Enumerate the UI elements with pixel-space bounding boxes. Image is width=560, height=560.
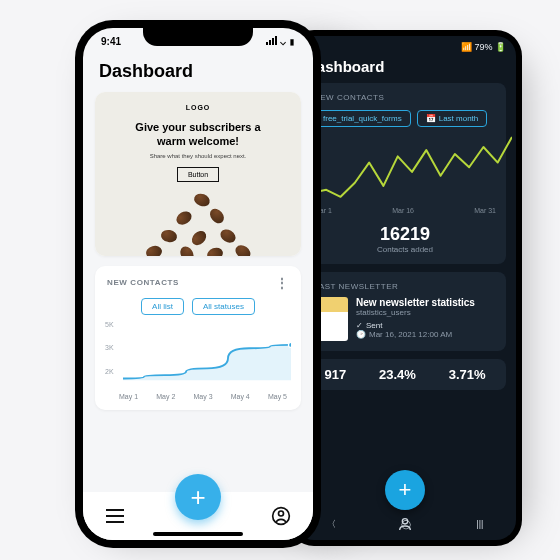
contacts-caption: Contacts added (314, 245, 496, 254)
contacts-line-chart: 5K3K2K (95, 321, 301, 389)
check-icon: ✓ (356, 321, 363, 330)
notch (143, 28, 253, 46)
stat-open-rate: 23.4% (379, 367, 416, 382)
promo-logo: LOGO (105, 104, 291, 111)
phone-dark: 3 📶 79% 🔋 Dashboard NEW CONTACTS free_tr… (288, 30, 522, 546)
more-icon[interactable]: ⋮ (276, 276, 289, 290)
wifi-icon: ⌵ (280, 36, 289, 47)
page-title: Dashboard (294, 54, 516, 83)
promo-headline: Give your subscribers a warm welcome! (123, 121, 273, 149)
status-time: 9:41 (101, 36, 121, 47)
newsletter-title: New newsletter statistics (356, 297, 475, 308)
nav-home-icon[interactable]: ◯ (401, 519, 411, 529)
filter-status-chip[interactable]: All statuses (192, 298, 255, 315)
status-right: ⌵ ▮ (266, 36, 295, 47)
card-label: NEW CONTACTS (107, 278, 179, 287)
battery-icon: ▮ (289, 36, 295, 47)
svg-point-1 (288, 342, 291, 347)
newsletter-stats: 917 23.4% 3.71% (304, 359, 506, 390)
clock-icon: 🕑 (356, 330, 366, 339)
card-label: LAST NEWSLETTER (314, 282, 496, 291)
promo-sub: Share what they should expect next. (105, 153, 291, 159)
signal-icon (266, 36, 277, 45)
last-newsletter-card[interactable]: LAST NEWSLETTER New newsletter statistic… (304, 272, 506, 351)
promo-image (105, 190, 291, 256)
fab-add-button[interactable]: + (385, 470, 425, 510)
promo-card[interactable]: LOGO Give your subscribers a warm welcom… (95, 92, 301, 256)
card-label: NEW CONTACTS (314, 93, 496, 102)
x-axis: Mar 1Mar 16Mar 31 (314, 207, 496, 214)
status-right: 📶 79% 🔋 (461, 42, 506, 52)
stat-sent: 917 (324, 367, 346, 382)
contacts-total: 16219 (314, 224, 496, 245)
new-contacts-card[interactable]: NEW CONTACTS free_trial_quick_forms 📅 La… (304, 83, 506, 264)
phone-light: 9:41 ⌵ ▮ Dashboard LOGO Give your subscr… (75, 20, 321, 548)
fab-add-button[interactable]: + (175, 474, 221, 520)
svg-point-6 (279, 511, 284, 516)
nav-back-icon[interactable]: 〈 (327, 518, 336, 531)
newsletter-sub: statistics_users (356, 308, 475, 317)
promo-button[interactable]: Button (177, 167, 219, 182)
calendar-icon: 📅 (426, 114, 436, 123)
nav-recent-icon[interactable]: ||| (476, 519, 483, 529)
new-contacts-card[interactable]: NEW CONTACTS ⋮ All list All statuses 5K3… (95, 266, 301, 410)
filter-period-chip[interactable]: 📅 Last month (417, 110, 488, 127)
stat-click-rate: 3.71% (449, 367, 486, 382)
page-title: Dashboard (83, 47, 313, 92)
filter-list-chip[interactable]: free_trial_quick_forms (314, 110, 411, 127)
android-nav: 〈 ◯ ||| (294, 514, 516, 534)
x-axis: May 1May 2May 3May 4May 5 (95, 389, 301, 410)
contacts-line-chart (312, 133, 512, 203)
profile-icon[interactable] (271, 506, 291, 526)
home-indicator[interactable] (153, 532, 243, 536)
statusbar: 3 📶 79% 🔋 (294, 36, 516, 54)
y-axis: 5K3K2K (105, 321, 114, 375)
menu-icon[interactable] (105, 509, 125, 523)
filter-list-chip[interactable]: All list (141, 298, 184, 315)
